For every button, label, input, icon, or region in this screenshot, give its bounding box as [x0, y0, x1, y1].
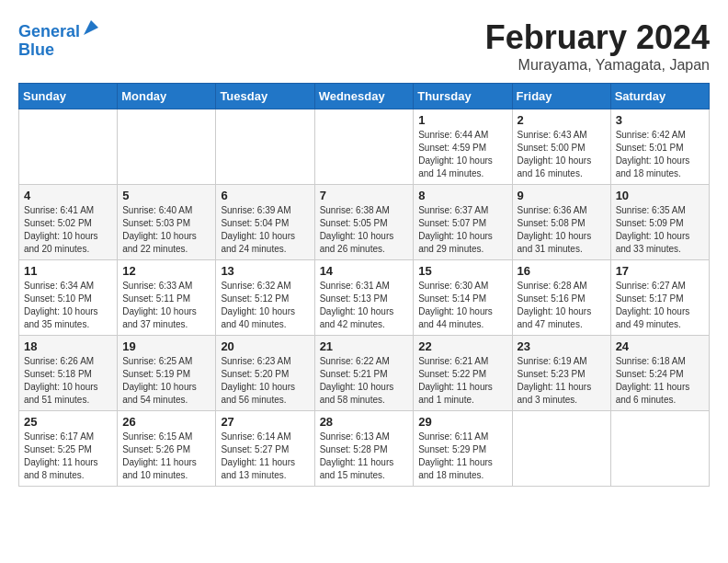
day-info: Sunrise: 6:19 AM Sunset: 5:23 PM Dayligh…	[518, 355, 606, 407]
logo-general: General	[18, 22, 80, 40]
day-number: 29	[418, 415, 506, 429]
day-info: Sunrise: 6:18 AM Sunset: 5:24 PM Dayligh…	[616, 355, 704, 407]
day-info: Sunrise: 6:35 AM Sunset: 5:09 PM Dayligh…	[616, 204, 704, 256]
calendar-cell: 16Sunrise: 6:28 AM Sunset: 5:16 PM Dayli…	[512, 260, 610, 336]
day-info: Sunrise: 6:43 AM Sunset: 5:00 PM Dayligh…	[518, 129, 606, 180]
day-info: Sunrise: 6:27 AM Sunset: 5:17 PM Dayligh…	[616, 280, 704, 331]
day-info: Sunrise: 6:28 AM Sunset: 5:16 PM Dayligh…	[518, 280, 606, 331]
day-number: 20	[221, 339, 309, 353]
day-number: 5	[122, 189, 210, 202]
calendar-body: 1Sunrise: 6:44 AM Sunset: 4:59 PM Daylig…	[19, 109, 710, 487]
calendar-week-4: 18Sunrise: 6:26 AM Sunset: 5:18 PM Dayli…	[19, 336, 710, 411]
day-number: 9	[518, 189, 606, 202]
day-number: 12	[122, 264, 210, 278]
calendar-cell: 27Sunrise: 6:14 AM Sunset: 5:27 PM Dayli…	[216, 411, 314, 487]
calendar-header-row: SundayMondayTuesdayWednesdayThursdayFrid…	[19, 84, 710, 109]
calendar-week-3: 11Sunrise: 6:34 AM Sunset: 5:10 PM Dayli…	[19, 260, 710, 336]
calendar-cell: 17Sunrise: 6:27 AM Sunset: 5:17 PM Dayli…	[610, 260, 709, 336]
calendar-cell: 28Sunrise: 6:13 AM Sunset: 5:28 PM Dayli…	[314, 411, 414, 487]
calendar-dow-friday: Friday	[512, 84, 610, 109]
day-number: 25	[24, 415, 112, 429]
calendar-dow-tuesday: Tuesday	[216, 84, 314, 109]
calendar-cell: 7Sunrise: 6:38 AM Sunset: 5:05 PM Daylig…	[314, 185, 414, 260]
day-number: 19	[122, 339, 210, 353]
day-info: Sunrise: 6:11 AM Sunset: 5:29 PM Dayligh…	[418, 431, 506, 482]
calendar-cell: 22Sunrise: 6:21 AM Sunset: 5:22 PM Dayli…	[414, 336, 512, 411]
day-number: 21	[320, 339, 409, 353]
calendar-cell	[216, 109, 314, 185]
calendar-cell: 21Sunrise: 6:22 AM Sunset: 5:21 PM Dayli…	[314, 336, 414, 411]
calendar-cell: 19Sunrise: 6:25 AM Sunset: 5:19 PM Dayli…	[118, 336, 216, 411]
calendar-table: SundayMondayTuesdayWednesdayThursdayFrid…	[18, 83, 710, 487]
logo-icon	[82, 18, 100, 37]
day-info: Sunrise: 6:23 AM Sunset: 5:20 PM Dayligh…	[221, 355, 309, 407]
day-info: Sunrise: 6:38 AM Sunset: 5:05 PM Dayligh…	[320, 204, 409, 256]
calendar-cell: 25Sunrise: 6:17 AM Sunset: 5:25 PM Dayli…	[19, 411, 118, 487]
calendar-cell: 12Sunrise: 6:33 AM Sunset: 5:11 PM Dayli…	[118, 260, 216, 336]
day-info: Sunrise: 6:31 AM Sunset: 5:13 PM Dayligh…	[320, 280, 409, 331]
day-number: 27	[221, 415, 309, 429]
day-number: 3	[616, 113, 704, 127]
day-number: 11	[24, 264, 112, 278]
calendar-cell: 1Sunrise: 6:44 AM Sunset: 4:59 PM Daylig…	[414, 109, 512, 185]
day-info: Sunrise: 6:34 AM Sunset: 5:10 PM Dayligh…	[24, 280, 112, 331]
day-info: Sunrise: 6:44 AM Sunset: 4:59 PM Dayligh…	[418, 129, 506, 180]
calendar-dow-wednesday: Wednesday	[314, 84, 414, 109]
day-info: Sunrise: 6:17 AM Sunset: 5:25 PM Dayligh…	[24, 431, 112, 482]
day-number: 16	[518, 264, 606, 278]
svg-marker-0	[84, 20, 98, 35]
day-info: Sunrise: 6:30 AM Sunset: 5:14 PM Dayligh…	[418, 280, 506, 331]
calendar-cell	[19, 109, 118, 185]
day-number: 8	[418, 189, 506, 202]
day-info: Sunrise: 6:25 AM Sunset: 5:19 PM Dayligh…	[122, 355, 210, 407]
day-number: 26	[122, 415, 210, 429]
day-info: Sunrise: 6:21 AM Sunset: 5:22 PM Dayligh…	[418, 355, 506, 407]
calendar-cell: 2Sunrise: 6:43 AM Sunset: 5:00 PM Daylig…	[512, 109, 610, 185]
calendar-cell: 9Sunrise: 6:36 AM Sunset: 5:08 PM Daylig…	[512, 185, 610, 260]
calendar-cell: 18Sunrise: 6:26 AM Sunset: 5:18 PM Dayli…	[19, 336, 118, 411]
day-number: 22	[418, 339, 506, 353]
day-number: 15	[418, 264, 506, 278]
calendar-cell	[610, 411, 709, 487]
calendar-cell	[314, 109, 414, 185]
calendar-cell: 23Sunrise: 6:19 AM Sunset: 5:23 PM Dayli…	[512, 336, 610, 411]
logo: General Blue	[18, 23, 100, 60]
calendar-cell	[118, 109, 216, 185]
day-info: Sunrise: 6:22 AM Sunset: 5:21 PM Dayligh…	[320, 355, 409, 407]
location: Murayama, Yamagata, Japan	[485, 57, 710, 74]
calendar-dow-saturday: Saturday	[610, 84, 709, 109]
calendar-cell: 13Sunrise: 6:32 AM Sunset: 5:12 PM Dayli…	[216, 260, 314, 336]
day-info: Sunrise: 6:26 AM Sunset: 5:18 PM Dayligh…	[24, 355, 112, 407]
day-number: 4	[24, 189, 112, 202]
day-number: 28	[320, 415, 409, 429]
calendar-dow-sunday: Sunday	[19, 84, 118, 109]
day-info: Sunrise: 6:14 AM Sunset: 5:27 PM Dayligh…	[221, 431, 309, 482]
calendar-cell: 8Sunrise: 6:37 AM Sunset: 5:07 PM Daylig…	[414, 185, 512, 260]
day-number: 18	[24, 339, 112, 353]
calendar-cell	[512, 411, 610, 487]
calendar-dow-monday: Monday	[118, 84, 216, 109]
logo-blue: Blue	[18, 40, 54, 59]
day-info: Sunrise: 6:42 AM Sunset: 5:01 PM Dayligh…	[616, 129, 704, 180]
title-block: February 2024 Murayama, Yamagata, Japan	[485, 18, 710, 74]
day-info: Sunrise: 6:39 AM Sunset: 5:04 PM Dayligh…	[221, 204, 309, 256]
day-info: Sunrise: 6:41 AM Sunset: 5:02 PM Dayligh…	[24, 204, 112, 256]
day-number: 1	[418, 113, 506, 127]
calendar-cell: 11Sunrise: 6:34 AM Sunset: 5:10 PM Dayli…	[19, 260, 118, 336]
day-number: 7	[320, 189, 409, 202]
calendar-week-5: 25Sunrise: 6:17 AM Sunset: 5:25 PM Dayli…	[19, 411, 710, 487]
day-number: 13	[221, 264, 309, 278]
day-number: 23	[518, 339, 606, 353]
calendar-cell: 26Sunrise: 6:15 AM Sunset: 5:26 PM Dayli…	[118, 411, 216, 487]
day-info: Sunrise: 6:15 AM Sunset: 5:26 PM Dayligh…	[122, 431, 210, 482]
calendar-dow-thursday: Thursday	[414, 84, 512, 109]
day-info: Sunrise: 6:40 AM Sunset: 5:03 PM Dayligh…	[122, 204, 210, 256]
month-title: February 2024	[485, 18, 710, 57]
day-number: 2	[518, 113, 606, 127]
calendar-cell: 3Sunrise: 6:42 AM Sunset: 5:01 PM Daylig…	[610, 109, 709, 185]
day-info: Sunrise: 6:33 AM Sunset: 5:11 PM Dayligh…	[122, 280, 210, 331]
calendar-week-1: 1Sunrise: 6:44 AM Sunset: 4:59 PM Daylig…	[19, 109, 710, 185]
calendar-cell: 24Sunrise: 6:18 AM Sunset: 5:24 PM Dayli…	[610, 336, 709, 411]
day-info: Sunrise: 6:13 AM Sunset: 5:28 PM Dayligh…	[320, 431, 409, 482]
calendar-cell: 20Sunrise: 6:23 AM Sunset: 5:20 PM Dayli…	[216, 336, 314, 411]
